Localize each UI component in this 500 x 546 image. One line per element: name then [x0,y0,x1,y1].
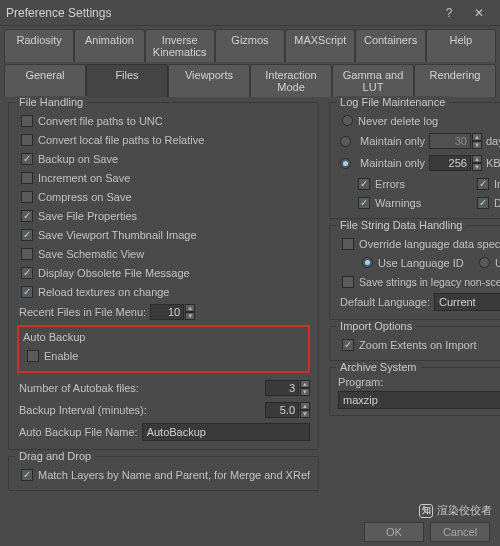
spin-down-icon[interactable]: ▼ [185,312,195,320]
radio-never-delete[interactable] [342,115,353,126]
checkbox-errors[interactable] [358,178,370,190]
days-spinner[interactable]: ▲▼ [429,133,482,149]
recent-files-input[interactable] [150,304,184,320]
default-lang-label: Default Language: [340,296,430,308]
label: Info [494,178,500,190]
tab-containers[interactable]: Containers [355,29,425,62]
right-column: Log File Maintenance Never delete log Ma… [329,102,500,497]
auto-backup-title: Auto Backup [23,331,304,343]
spin-down-icon[interactable]: ▼ [472,141,482,149]
checkbox-enable-autobackup[interactable] [27,350,39,362]
checkbox-save-props[interactable] [21,210,33,222]
checkbox-disp-obsolete[interactable] [21,267,33,279]
group-file-handling: File Handling Convert file paths to UNC … [8,102,319,450]
group-title: Log File Maintenance [336,96,449,108]
num-autobak-spinner[interactable]: ▲▼ [265,380,310,396]
checkbox-info[interactable] [477,178,489,190]
checkbox-compress-save[interactable] [21,191,33,203]
radio-use-code-page[interactable] [479,257,490,268]
spin-down-icon[interactable]: ▼ [300,410,310,418]
spin-up-icon[interactable]: ▲ [185,304,195,312]
watermark-text: 渲染佼佼者 [437,503,492,518]
checkbox-warnings[interactable] [358,197,370,209]
interval-input[interactable] [265,402,299,418]
spin-up-icon[interactable]: ▲ [472,155,482,163]
spin-down-icon[interactable]: ▼ [300,388,310,396]
num-autobak-input[interactable] [265,380,299,396]
spin-up-icon[interactable]: ▲ [472,133,482,141]
label: Increment on Save [38,172,130,184]
tab-gamma-lut[interactable]: Gamma and LUT [332,64,414,97]
label: Convert local file paths to Relative [38,134,204,146]
label: Save Viewport Thumbnail Image [38,229,197,241]
label: Use Language ID [378,257,464,269]
tab-interaction-mode[interactable]: Interaction Mode [250,64,332,97]
tab-maxscript[interactable]: MAXScript [285,29,355,62]
tab-gizmos[interactable]: Gizmos [215,29,285,62]
label: Debug [494,197,500,209]
archive-program-input[interactable] [338,391,500,409]
checkbox-match-layers[interactable] [21,469,33,481]
group-archive-system: Archive System Program: [329,367,500,416]
label: Enable [44,350,78,362]
label: Compress on Save [38,191,132,203]
tab-viewports[interactable]: Viewports [168,64,250,97]
checkbox-debug[interactable] [477,197,489,209]
label: Match Layers by Name and Parent, for Mer… [38,469,310,481]
tab-help[interactable]: Help [426,29,496,62]
tab-inverse-kinematics[interactable]: Inverse Kinematics [145,29,215,62]
spin-up-icon[interactable]: ▲ [300,380,310,388]
recent-files-spinner[interactable]: ▲▼ [150,304,195,320]
checkbox-zoom-extents[interactable] [342,339,354,351]
default-lang-dropdown[interactable]: Current ▼ [434,293,500,311]
group-title: Drag and Drop [15,450,95,462]
window-title: Preference Settings [6,6,434,20]
days-input[interactable] [429,133,471,149]
radio-use-lang-id[interactable] [362,257,373,268]
checkbox-override-lang[interactable] [342,238,354,250]
checkbox-backup-save[interactable] [21,153,33,165]
tab-radiosity[interactable]: Radiosity [4,29,74,62]
highlight-box: Auto Backup Enable [17,325,310,373]
autobak-filename-input[interactable] [142,423,310,441]
radio-maintain-days[interactable] [340,136,351,147]
label: Save File Properties [38,210,137,222]
label: Maintain only [360,157,425,169]
spin-up-icon[interactable]: ▲ [300,402,310,410]
interval-label: Backup Interval (minutes): [19,404,261,416]
tab-general[interactable]: General [4,64,86,97]
label: Never delete log [358,115,438,127]
checkbox-save-schematic[interactable] [21,248,33,260]
radio-maintain-kb[interactable] [340,158,351,169]
recent-files-label: Recent Files in File Menu: [19,306,146,318]
tab-animation[interactable]: Animation [74,29,144,62]
watermark: 知 渲染佼佼者 [419,503,492,518]
checkbox-convert-unc[interactable] [21,115,33,127]
ok-button[interactable]: OK [364,522,424,542]
label: Reload textures on change [38,286,169,298]
zhihu-icon: 知 [419,504,433,518]
footer-buttons: OK Cancel [364,522,490,542]
close-icon[interactable]: ✕ [464,2,494,24]
checkbox-save-thumb[interactable] [21,229,33,241]
checkbox-reload-tex[interactable] [21,286,33,298]
group-drag-drop: Drag and Drop Match Layers by Name and P… [8,456,319,491]
tab-rendering[interactable]: Rendering [414,64,496,97]
checkbox-save-utf8[interactable] [342,276,354,288]
tab-files[interactable]: Files [86,64,168,97]
kb-spinner[interactable]: ▲▼ [429,155,482,171]
checkbox-increment-save[interactable] [21,172,33,184]
help-icon[interactable]: ? [434,2,464,24]
checkbox-convert-rel[interactable] [21,134,33,146]
spin-down-icon[interactable]: ▼ [472,163,482,171]
interval-spinner[interactable]: ▲▼ [265,402,310,418]
label: Zoom Extents on Import [359,339,476,351]
cancel-button[interactable]: Cancel [430,522,490,542]
label: Save Schematic View [38,248,144,260]
label: Convert file paths to UNC [38,115,163,127]
tabs-row-1: Radiosity Animation Inverse Kinematics G… [0,26,500,61]
group-title: Import Options [336,320,416,332]
group-title: File String Data Handling [336,219,466,231]
kb-input[interactable] [429,155,471,171]
tabs-row-2: General Files Viewports Interaction Mode… [0,61,500,96]
